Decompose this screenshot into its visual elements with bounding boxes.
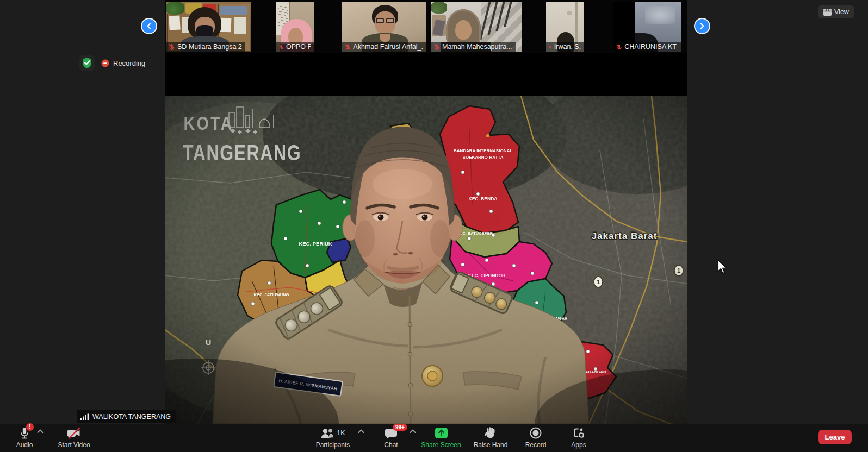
participants-options-chevron[interactable] [358, 429, 364, 434]
participant-nameplate: Akhmad Fairusi Anfal_... [342, 42, 426, 52]
recording-dot-icon [101, 59, 109, 67]
signal-bars-icon [80, 413, 89, 420]
participant-name: OPPO F1s [286, 43, 311, 51]
speaker-name: WALIKOTA TANGERANG [92, 413, 171, 420]
speaker-video-scene: KEC. PERIUK KEC. JATIUWUNG BANDARA INTER… [165, 96, 687, 424]
view-grid-icon [823, 9, 832, 16]
participant-name: CHAIRUNISA KT 8 [624, 43, 678, 51]
mic-off-icon [548, 43, 552, 51]
participant-name: Mamah Mahesaputra... [442, 43, 512, 51]
participant-name: SD Mutiara Bangsa 2 [177, 43, 242, 51]
participant-thumbnail[interactable]: Irwan, S.Pd.M.Si [546, 2, 584, 52]
chat-button[interactable]: 99+ Chat [375, 424, 407, 452]
meeting-toolbar: ! Audio Start Video [0, 424, 868, 452]
start-video-button[interactable]: Start Video [52, 424, 96, 452]
zoom-meeting-window: SD Mutiara Bangsa 2 OPPO F1s [0, 0, 868, 452]
participants-count: 1K [337, 429, 345, 437]
participant-name: Akhmad Fairusi Anfal_... [353, 43, 423, 51]
recording-label: Recording [113, 59, 145, 67]
chat-unread-badge: 99+ [393, 424, 407, 431]
apps-button[interactable]: Apps [549, 424, 609, 452]
chevron-left-icon [146, 23, 152, 29]
mouse-cursor [717, 260, 728, 274]
participants-button[interactable]: 1K Participants [303, 424, 363, 452]
chevron-right-icon [699, 23, 705, 29]
participant-thumbnail[interactable]: OPPO F1s [276, 2, 314, 52]
audio-warning-badge: ! [26, 423, 34, 431]
filmstrip-prev-button[interactable] [141, 18, 157, 34]
participant-thumbnail[interactable]: Mamah Mahesaputra... [431, 2, 522, 52]
audio-options-chevron[interactable] [37, 429, 44, 434]
participant-thumbnail[interactable]: SD Mutiara Bangsa 2 [166, 2, 251, 52]
mic-off-icon [344, 43, 351, 51]
view-label: View [834, 8, 849, 16]
mic-off-icon [433, 43, 440, 51]
record-icon [529, 426, 542, 440]
raise-hand-icon [484, 426, 497, 440]
participant-nameplate: Mamah Mahesaputra... [431, 42, 516, 52]
recording-indicator: Recording [79, 55, 145, 71]
participant-nameplate: SD Mutiara Bangsa 2 [166, 42, 245, 52]
share-screen-icon [434, 426, 449, 440]
main-speaker-video: KEC. PERIUK KEC. JATIUWUNG BANDARA INTER… [165, 53, 687, 424]
participant-thumbnail[interactable]: Akhmad Fairusi Anfal_... [342, 2, 426, 52]
participant-nameplate: CHAIRUNISA KT 8 [613, 42, 681, 52]
video-camera-off-icon [67, 427, 81, 440]
participants-icon [320, 428, 334, 439]
speaker-nameplate: WALIKOTA TANGERANG [77, 410, 176, 423]
mic-off-icon [616, 43, 622, 51]
leave-button[interactable]: Leave [818, 430, 852, 444]
view-button[interactable]: View [818, 5, 854, 18]
mic-off-icon [168, 43, 175, 51]
participant-thumbnail[interactable]: CHAIRUNISA KT 8 [613, 2, 681, 52]
filmstrip-next-button[interactable] [694, 18, 710, 34]
participant-nameplate: OPPO F1s [276, 42, 314, 52]
participant-nameplate: Irwan, S.Pd.M.Si [546, 42, 584, 52]
audio-button[interactable]: ! Audio [8, 424, 41, 452]
mic-off-icon [278, 43, 284, 51]
participant-name: Irwan, S.Pd.M.Si [554, 43, 581, 51]
apps-icon [573, 427, 585, 439]
security-shield-icon[interactable] [79, 55, 95, 71]
participant-filmstrip: SD Mutiara Bangsa 2 OPPO F1s [165, 0, 687, 53]
